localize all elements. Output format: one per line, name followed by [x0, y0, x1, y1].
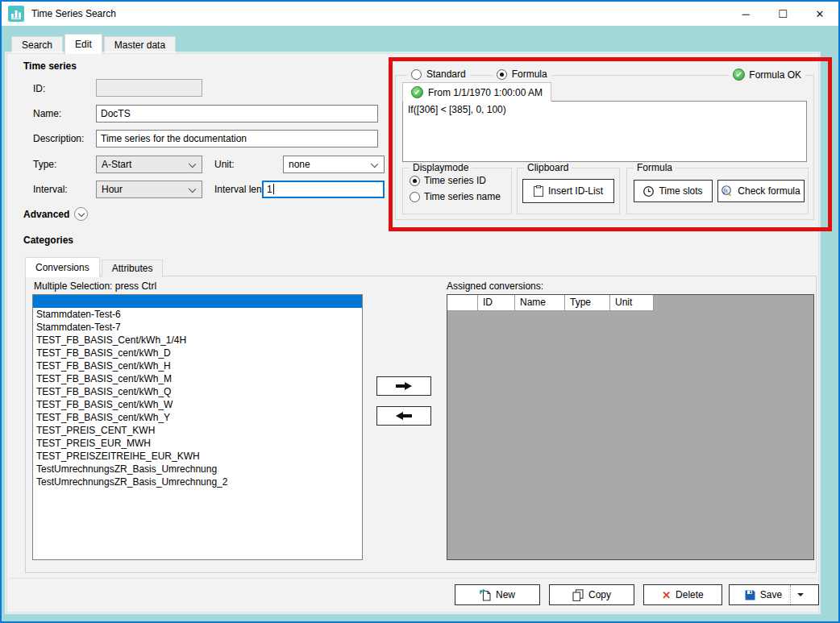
arrow-right-icon [395, 381, 413, 391]
column-header-name[interactable]: Name [515, 295, 565, 311]
assigned-conversions-label: Assigned conversions: [447, 280, 543, 292]
conversions-listbox[interactable]: Stammdaten-Test-6Stammdaten-Test-7TEST_F… [32, 294, 363, 560]
list-item[interactable]: TEST_FB_BASIS_cent/kWh_Q [33, 385, 362, 398]
save-floppy-icon [745, 590, 755, 600]
new-document-icon [480, 589, 491, 601]
column-header-type[interactable]: Type [565, 295, 610, 311]
time-series-id-radio[interactable]: Time series ID [410, 175, 486, 186]
assigned-conversions-grid: IDNameTypeUnit [447, 294, 814, 560]
categories-heading: Categories [23, 235, 73, 246]
bottom-divider [10, 578, 816, 579]
window-title: Time Series Search [31, 8, 116, 19]
green-check-icon: ✔ [733, 69, 745, 81]
app-icon [8, 6, 24, 22]
maximize-icon[interactable]: ☐ [764, 2, 801, 26]
minimize-icon[interactable]: ─ [727, 2, 764, 26]
check-formula-button[interactable]: fx Check formula [717, 180, 805, 202]
tab-search[interactable]: Search [11, 36, 63, 54]
red-x-icon: ✕ [662, 589, 671, 601]
text-cursor [273, 184, 274, 194]
arrow-left-icon [395, 411, 413, 421]
expand-advanced-icon[interactable] [74, 207, 88, 221]
save-dropdown-arrow[interactable] [790, 585, 809, 604]
time-series-heading: Time series [23, 60, 77, 72]
list-item[interactable]: Stammdaten-Test-6 [33, 308, 362, 321]
column-header-selector[interactable] [447, 295, 478, 311]
list-item[interactable]: TEST_FB_BASIS_Cent/kWh_1/4H [33, 334, 362, 347]
formula-radio[interactable]: Formula [493, 69, 551, 80]
unit-label: Unit: [214, 159, 235, 170]
new-button[interactable]: New [455, 584, 540, 605]
edit-tab-page: Time series ID: Name: DocTS Description:… [6, 53, 819, 613]
list-item[interactable]: TEST_PREISZEITREIHE_EUR_KWH [33, 450, 362, 463]
type-dropdown[interactable]: A-Start [96, 156, 202, 173]
categories-tabstrip: Conversions Attributes [25, 257, 164, 277]
app-window: Time Series Search ─ ☐ ✕ Search Edit Mas… [0, 0, 840, 623]
displaymode-groupbox: Displaymode Time series ID Time series n… [402, 168, 512, 214]
unit-dropdown[interactable]: none [283, 156, 385, 173]
column-header-unit[interactable]: Unit [610, 295, 654, 311]
tab-master-data[interactable]: Master data [104, 36, 176, 54]
list-item[interactable]: TEST_FB_BASIS_cent/kWh_H [33, 359, 362, 372]
close-icon[interactable]: ✕ [801, 2, 838, 26]
description-field[interactable]: Time series for the documentation [96, 130, 378, 147]
formula-mode-groupbox: Standard Formula ✔ Formula OK ✔ From 1/1… [395, 75, 814, 220]
list-item[interactable]: TEST_FB_BASIS_cent/kWh_Y [33, 411, 362, 424]
standard-radio[interactable]: Standard [407, 69, 470, 80]
interval-length-field[interactable]: 1 [262, 181, 385, 198]
copy-button[interactable]: Copy [549, 584, 634, 605]
tab-edit[interactable]: Edit [64, 34, 102, 54]
save-button[interactable]: Save [729, 584, 819, 605]
main-tabstrip: Search Edit Master data [11, 34, 177, 54]
clipboard-groupbox: Clipboard Insert ID-List [517, 168, 620, 214]
insert-id-list-button[interactable]: Insert ID-List [522, 179, 614, 203]
fx-magnifier-icon: fx [721, 185, 733, 197]
name-field[interactable]: DocTS [96, 105, 378, 123]
id-field [96, 79, 202, 97]
radio-icon [410, 192, 420, 202]
chevron-down-icon [371, 160, 378, 168]
radio-icon [411, 69, 422, 80]
multi-selection-hint: Multiple Selection: press Ctrl [34, 280, 156, 292]
time-series-name-radio[interactable]: Time series name [410, 191, 501, 202]
green-check-icon: ✔ [411, 86, 423, 98]
description-label: Description: [33, 133, 84, 144]
clock-icon [643, 186, 654, 197]
radio-checked-icon [410, 176, 420, 186]
tab-attributes[interactable]: Attributes [102, 260, 164, 277]
interval-label: Interval: [33, 184, 68, 195]
chevron-down-icon [189, 185, 196, 193]
advanced-heading: Advanced [23, 209, 69, 220]
svg-text:fx: fx [724, 187, 729, 194]
list-item[interactable]: TEST_FB_BASIS_cent/kWh_M [33, 372, 362, 385]
list-item[interactable] [33, 295, 362, 308]
chevron-down-icon [189, 160, 196, 168]
interval-dropdown[interactable]: Hour [96, 181, 202, 198]
clipboard-icon [534, 185, 543, 197]
formula-input[interactable]: If([306] < [385], 0, 100) [402, 101, 807, 162]
copy-icon [572, 589, 584, 601]
formula-ok-status: ✔ Formula OK [729, 69, 805, 81]
list-item[interactable]: TEST_PREIS_CENT_KWH [33, 424, 362, 437]
formula-buttons-groupbox: Formula Time slots fx Check formula [626, 168, 809, 214]
list-item[interactable]: TestUmrechnungsZR_Basis_Umrechnung [33, 463, 362, 476]
list-item[interactable]: Stammdaten-Test-7 [33, 321, 362, 334]
triangle-down-icon [797, 593, 804, 596]
list-item[interactable]: TestUmrechnungsZR_Basis_Umrechnung_2 [33, 476, 362, 488]
name-label: Name: [33, 108, 61, 119]
formula-from-tab[interactable]: ✔ From 1/1/1970 1:00:00 AM [402, 82, 551, 102]
assign-right-button[interactable] [376, 376, 431, 396]
tab-conversions[interactable]: Conversions [25, 257, 100, 277]
type-label: Type: [33, 159, 56, 170]
id-label: ID: [33, 83, 45, 94]
delete-button[interactable]: ✕ Delete [643, 584, 722, 605]
unassign-left-button[interactable] [376, 406, 431, 426]
assigned-grid-header: IDNameTypeUnit [447, 295, 813, 311]
radio-checked-icon [497, 69, 507, 80]
title-bar: Time Series Search ─ ☐ ✕ [2, 2, 838, 26]
list-item[interactable]: TEST_FB_BASIS_cent/kWh_W [33, 398, 362, 411]
list-item[interactable]: TEST_FB_BASIS_cent/kWh_D [33, 347, 362, 359]
time-slots-button[interactable]: Time slots [634, 180, 713, 202]
list-item[interactable]: TEST_PREIS_EUR_MWH [33, 437, 362, 450]
column-header-id[interactable]: ID [478, 295, 515, 311]
